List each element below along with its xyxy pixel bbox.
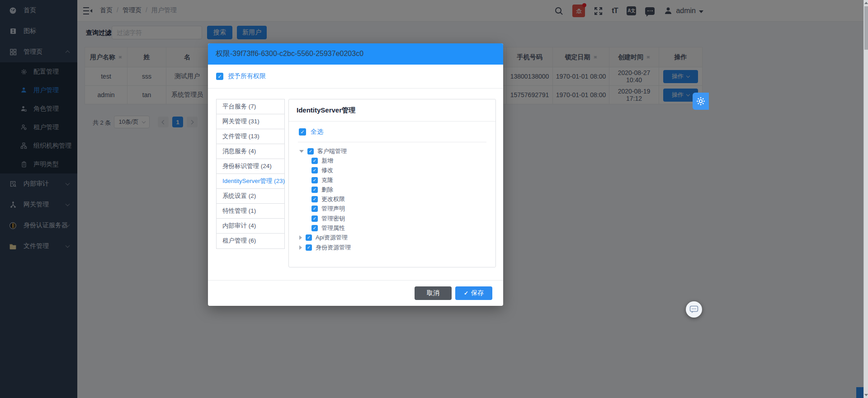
permission-detail-panel: IdentityServer管理 全选 客户端管理 新增 修改 克隆 删除 更改…: [288, 99, 496, 267]
check-icon: ✓: [464, 290, 468, 296]
tree-checkbox[interactable]: [311, 206, 318, 212]
tree-checkbox[interactable]: [311, 177, 318, 183]
tab-gateway-mgmt[interactable]: 网关管理 (31): [217, 114, 284, 129]
tree-expand-icon[interactable]: [299, 150, 304, 153]
scroll-up-arrow[interactable]: [864, 2, 868, 4]
tree-collapse-icon[interactable]: [299, 245, 302, 250]
vertical-scrollbar[interactable]: [863, 0, 868, 398]
permission-tree: 客户端管理 新增 修改 克隆 删除 更改权限 管理声明 管理密钥 管理属性 Ap…: [299, 146, 495, 252]
save-button[interactable]: ✓ 保存: [455, 286, 492, 300]
tree-checkbox[interactable]: [311, 187, 318, 193]
chat-widget-button[interactable]: [686, 301, 702, 318]
permissions-modal: 权限-39f73ff6-6300-c2bc-5560-25937e0203c0 …: [208, 43, 503, 306]
tree-node-client-mgmt: 客户端管理: [299, 146, 495, 156]
tree-checkbox[interactable]: [306, 234, 312, 241]
tree-leaf: 管理密钥: [311, 214, 495, 223]
cancel-button[interactable]: 取消: [415, 286, 452, 300]
divider: [298, 142, 486, 142]
select-all-row: 全选: [299, 128, 495, 136]
grant-all-label[interactable]: 授予所有权限: [228, 72, 266, 80]
panel-title: IdentityServer管理: [289, 99, 495, 122]
tree-checkbox[interactable]: [311, 196, 318, 202]
tree-leaf: 修改: [311, 166, 495, 175]
tree-collapse-icon[interactable]: [299, 235, 302, 240]
grant-all-checkbox[interactable]: [216, 73, 223, 80]
select-all-label[interactable]: 全选: [311, 128, 323, 136]
gear-icon: [696, 97, 705, 106]
tab-audit[interactable]: 内部审计 (4): [217, 219, 284, 234]
tree-children: 新增 修改 克隆 删除 更改权限 管理声明 管理密钥 管理属性: [311, 156, 495, 233]
tree-checkbox[interactable]: [311, 225, 318, 231]
chat-bubble-icon: [689, 305, 698, 314]
tree-leaf: 管理声明: [311, 204, 495, 214]
tab-identity-mgmt[interactable]: 身份标识管理 (24): [217, 159, 284, 174]
tree-leaf: 新增: [311, 156, 495, 165]
tree-node-identity-resources: 身份资源管理: [299, 243, 495, 252]
tree-leaf: 管理属性: [311, 223, 495, 233]
tree-node-api-resources: Api资源管理: [299, 233, 495, 243]
scroll-down-arrow[interactable]: [864, 394, 868, 396]
grant-all-row: 授予所有权限: [208, 65, 503, 89]
tree-checkbox[interactable]: [311, 215, 318, 222]
tree-checkbox[interactable]: [311, 158, 318, 164]
tab-feature-mgmt[interactable]: 特性管理 (1): [217, 204, 284, 219]
tree-checkbox[interactable]: [307, 148, 314, 155]
modal-title: 权限-39f73ff6-6300-c2bc-5560-25937e0203c0: [216, 49, 363, 59]
modal-header: 权限-39f73ff6-6300-c2bc-5560-25937e0203c0: [208, 43, 503, 65]
tree-leaf: 更改权限: [311, 194, 495, 204]
tree-checkbox[interactable]: [311, 167, 318, 173]
scrollbar-thumb[interactable]: [864, 6, 868, 50]
select-all-checkbox[interactable]: [299, 128, 306, 136]
settings-drawer-button[interactable]: [693, 93, 709, 110]
tab-system-settings[interactable]: 系统设置 (2): [217, 189, 284, 204]
tab-message-service[interactable]: 消息服务 (4): [217, 144, 284, 159]
tab-tenant-mgmt[interactable]: 租户管理 (6): [217, 234, 284, 248]
tree-checkbox[interactable]: [306, 244, 312, 251]
tree-leaf: 删除: [311, 185, 495, 194]
tab-platform-services[interactable]: 平台服务 (7): [217, 99, 284, 114]
permission-group-tabs: 平台服务 (7) 网关管理 (31) 文件管理 (13) 消息服务 (4) 身份…: [216, 99, 285, 249]
tab-file-mgmt[interactable]: 文件管理 (13): [217, 129, 284, 144]
modal-footer: 取消 ✓ 保存: [208, 280, 503, 306]
tree-leaf: 克隆: [311, 175, 495, 185]
tab-identityserver-mgmt[interactable]: IdentityServer管理 (23): [217, 174, 284, 189]
